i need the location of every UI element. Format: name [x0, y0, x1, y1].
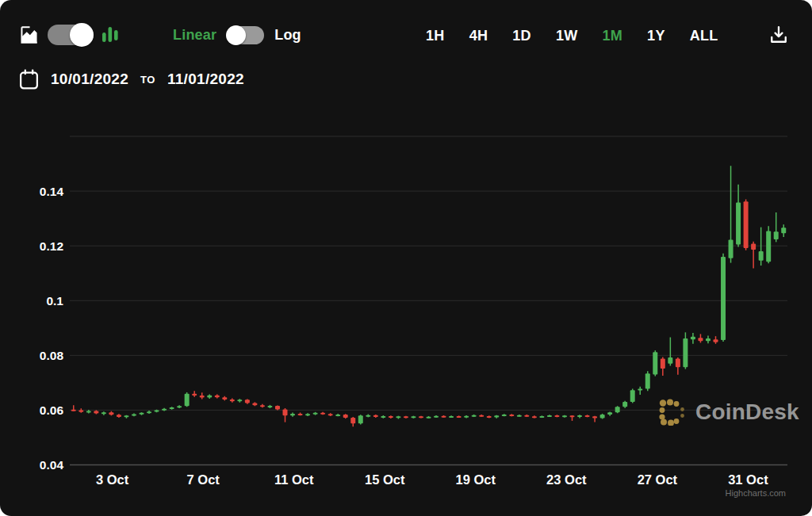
svg-text:0.08: 0.08 — [40, 349, 64, 362]
svg-text:27 Oct: 27 Oct — [638, 472, 678, 487]
coindesk-wordmark: CoinDesk — [695, 399, 799, 425]
candlestick-chart[interactable]: 0.140.120.10.080.060.043 Oct7 Oct11 Oct1… — [0, 0, 812, 516]
svg-text:0.06: 0.06 — [40, 403, 64, 417]
candles-layer — [71, 166, 786, 426]
svg-text:31 Oct: 31 Oct — [728, 472, 768, 487]
svg-text:11 Oct: 11 Oct — [274, 472, 314, 487]
coindesk-logo-icon — [659, 399, 688, 426]
coindesk-watermark: CoinDesk — [659, 399, 799, 426]
svg-text:0.14: 0.14 — [40, 185, 64, 198]
svg-text:0.04: 0.04 — [40, 458, 64, 472]
svg-text:0.12: 0.12 — [40, 239, 63, 253]
price-chart-widget: Linear Log 1H 4H 1D 1W 1M 1Y ALL 10 — [0, 0, 812, 516]
svg-text:7 Oct: 7 Oct — [187, 472, 220, 487]
highcharts-credits[interactable]: Highcharts.com — [726, 488, 786, 498]
svg-text:23 Oct: 23 Oct — [546, 472, 587, 487]
svg-text:15 Oct: 15 Oct — [365, 472, 405, 487]
svg-text:19 Oct: 19 Oct — [456, 472, 496, 487]
svg-text:3 Oct: 3 Oct — [96, 472, 129, 487]
x-axis-labels: 3 Oct7 Oct11 Oct15 Oct19 Oct23 Oct27 Oct… — [96, 472, 768, 487]
y-axis-labels: 0.140.120.10.080.060.04 — [40, 185, 64, 472]
svg-text:0.1: 0.1 — [46, 294, 63, 308]
